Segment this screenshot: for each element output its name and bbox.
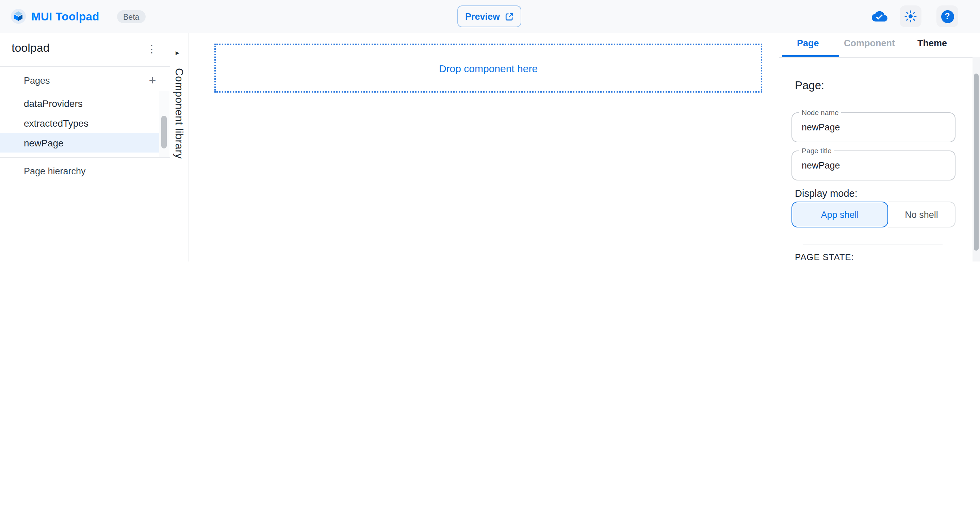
component-library-label[interactable]: Component library	[173, 68, 185, 159]
inspector-tabs-divider	[779, 57, 980, 58]
deploy-status-cloud-check-icon[interactable]	[872, 9, 888, 24]
pages-section-label: Pages	[24, 76, 50, 86]
toolpad-cube-icon	[13, 11, 24, 22]
page-state-label: PAGE STATE:	[795, 252, 854, 262]
help-button[interactable]: ?	[937, 5, 958, 27]
pages-scrollbar-thumb[interactable]	[161, 116, 167, 148]
page-hierarchy-label[interactable]: Page hierarchy	[24, 166, 86, 176]
toolpad-logo-icon	[11, 9, 26, 24]
page-item-label: newPage	[24, 137, 64, 148]
external-link-icon	[504, 12, 514, 21]
beta-badge: Beta	[117, 10, 145, 23]
sidebar-item-newpage[interactable]: newPage	[0, 133, 160, 153]
page-heading: Page:	[795, 79, 824, 92]
display-mode-no-shell[interactable]: No shell	[888, 202, 956, 228]
library-strip-divider	[189, 33, 189, 262]
page-item-label: extractedTypes	[24, 118, 89, 128]
preview-button[interactable]: Preview	[457, 5, 521, 27]
sidebar-divider	[0, 66, 170, 67]
page-item-label: dataProviders	[24, 98, 83, 108]
tab-component[interactable]: Component	[844, 38, 895, 48]
node-name-field[interactable]: Node name newPage	[791, 112, 956, 142]
node-name-value: newPage	[802, 122, 840, 132]
app-title: MUI Toolpad	[31, 10, 99, 23]
inspector-scrollbar-thumb[interactable]	[974, 73, 978, 250]
project-name: toolpad	[11, 41, 50, 55]
canvas: ▸ Component library Drop component here	[170, 33, 779, 262]
sidebar-divider	[0, 157, 170, 158]
tab-theme[interactable]: Theme	[917, 38, 947, 48]
page-title-value: newPage	[802, 160, 840, 171]
sidebar: toolpad ⋮ Pages + dataProviders extracte…	[0, 33, 170, 262]
component-library-expand-arrow-icon[interactable]: ▸	[176, 48, 179, 57]
preview-button-label: Preview	[465, 11, 500, 21]
inspector-panel: Page Component Theme Page: Node name new…	[779, 33, 980, 262]
inspector-divider	[803, 244, 943, 244]
page-title-label: Page title	[799, 147, 834, 155]
display-mode-app-shell[interactable]: App shell	[791, 202, 888, 228]
display-mode-toggle: App shell No shell	[791, 202, 956, 228]
theme-toggle-button[interactable]	[900, 5, 921, 27]
toolpad-app: MUI Toolpad Beta Preview	[0, 0, 980, 262]
component-library-strip[interactable]: ▸ Component library	[170, 33, 189, 262]
pages-scrollbar[interactable]	[159, 91, 169, 157]
tab-page[interactable]: Page	[797, 38, 819, 48]
app-header: MUI Toolpad Beta Preview	[0, 0, 980, 33]
sidebar-item-dataproviders[interactable]: dataProviders	[0, 93, 160, 113]
drop-zone-text: Drop component here	[439, 62, 538, 74]
drop-zone[interactable]: Drop component here	[215, 43, 762, 92]
sidebar-item-extractedtypes[interactable]: extractedTypes	[0, 113, 160, 133]
help-icon: ?	[941, 10, 954, 23]
inspector-scrollbar[interactable]	[972, 57, 980, 262]
page-title-field[interactable]: Page title newPage	[791, 150, 956, 180]
node-name-label: Node name	[799, 108, 842, 116]
display-mode-label: Display mode:	[795, 188, 858, 199]
project-menu-kebab-icon[interactable]: ⋮	[143, 40, 161, 58]
light-mode-sun-icon	[904, 10, 917, 23]
add-page-button[interactable]: +	[144, 72, 161, 89]
